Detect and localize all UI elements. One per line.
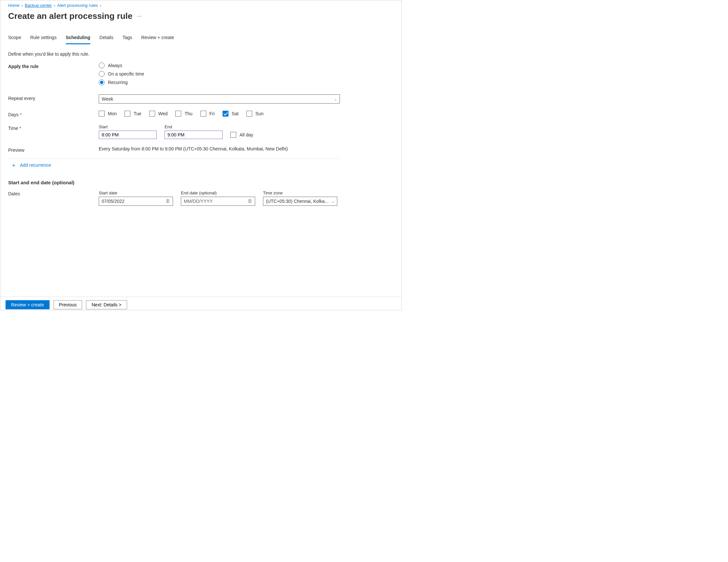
helper-text: Define when you'd like to apply this rul… [8,51,394,57]
end-time-input[interactable] [165,131,223,139]
add-recurrence-label: Add recurrence [20,163,51,168]
radio-always[interactable]: Always [99,63,340,68]
day-sun[interactable]: Sun [246,111,264,117]
next-details-button[interactable]: Next: Details > [86,300,127,309]
start-time-input[interactable] [99,131,157,139]
day-tue[interactable]: Tue [124,111,141,117]
section-start-end-date: Start and end date (optional) [8,180,394,185]
label-end-date: End date (optional) [181,191,255,195]
checkbox-icon [246,111,252,117]
radio-label: Recurring [108,80,128,85]
day-fri[interactable]: Fri [200,111,215,117]
label-start-time: Start [99,124,157,129]
time-zone-value: (UTC+05:30) Chennai, Kolka... [266,199,329,204]
end-date-placeholder: MM/DD/YYYY [184,199,213,204]
breadcrumb-alert-processing-rules[interactable]: Alert processing rules [57,3,98,8]
breadcrumb-home[interactable]: Home [8,3,20,8]
tab-details[interactable]: Details [99,35,113,44]
checkbox-icon [200,111,206,117]
tab-review-create[interactable]: Review + create [141,35,174,44]
all-day-label: All day [240,132,253,137]
day-sat[interactable]: Sat [223,111,239,117]
radio-label: Always [108,63,122,68]
checkbox-icon [230,132,236,138]
label-time-zone: Time zone [263,191,337,195]
select-value: Week [102,96,113,102]
checkbox-icon [149,111,155,117]
previous-button[interactable]: Previous [53,300,82,309]
tab-bar: Scope Rule settings Scheduling Details T… [8,35,394,44]
end-date-input[interactable]: MM/DD/YYYY 🗓 [181,197,255,206]
checkbox-icon [223,111,228,117]
all-day-checkbox[interactable]: All day [230,132,253,139]
time-zone-select[interactable]: (UTC+05:30) Chennai, Kolka... ⌄ [263,197,337,206]
checkbox-icon [99,111,105,117]
tab-rule-settings[interactable]: Rule settings [30,35,57,44]
chevron-right-icon: › [54,3,55,8]
day-mon[interactable]: Mon [99,111,117,117]
page-title: Create an alert processing rule [8,11,132,21]
start-date-value: 07/05/2022 [102,199,124,204]
preview-text: Every Saturday from 8:00 PM to 9:00 PM (… [99,146,288,151]
day-wed[interactable]: Wed [149,111,168,117]
radio-label: On a specific time [108,71,144,77]
label-preview: Preview [8,146,99,153]
radio-icon [99,71,105,77]
radio-icon [99,79,105,85]
day-thu[interactable]: Thu [175,111,192,117]
breadcrumb: Home › Backup center › Alert processing … [8,2,394,8]
label-end-time: End [165,124,223,129]
checkbox-icon [175,111,181,117]
label-days: Days* [8,111,99,117]
chevron-right-icon: › [100,3,101,8]
radio-specific-time[interactable]: On a specific time [99,71,340,77]
repeat-every-select[interactable]: Week ⌄ [99,94,340,104]
label-dates: Dates [8,190,99,196]
breadcrumb-backup-center[interactable]: Backup center [25,3,52,8]
tab-tags[interactable]: Tags [123,35,132,44]
label-apply-rule: Apply the rule [8,63,99,69]
tab-scheduling[interactable]: Scheduling [66,35,90,44]
plus-icon: ＋ [11,162,17,168]
footer-bar: Review + create Previous Next: Details > [0,296,401,310]
more-actions-icon[interactable]: ⋯ [137,14,142,19]
calendar-icon[interactable]: 🗓 [248,199,252,204]
review-create-button[interactable]: Review + create [6,300,50,309]
tab-scope[interactable]: Scope [8,35,21,44]
divider [8,159,339,159]
label-time: Time* [8,124,99,131]
start-date-input[interactable]: 07/05/2022 🗓 [99,197,173,206]
radio-icon [99,63,105,68]
radio-recurring[interactable]: Recurring [99,79,340,85]
add-recurrence-button[interactable]: ＋ Add recurrence [11,162,394,168]
label-start-date: Start date [99,191,173,195]
calendar-icon[interactable]: 🗓 [166,199,170,204]
label-repeat-every: Repeat every [8,94,99,101]
chevron-down-icon: ⌄ [334,97,337,101]
chevron-right-icon: › [22,3,23,8]
chevron-down-icon: ⌄ [331,199,334,204]
checkbox-icon [124,111,130,117]
